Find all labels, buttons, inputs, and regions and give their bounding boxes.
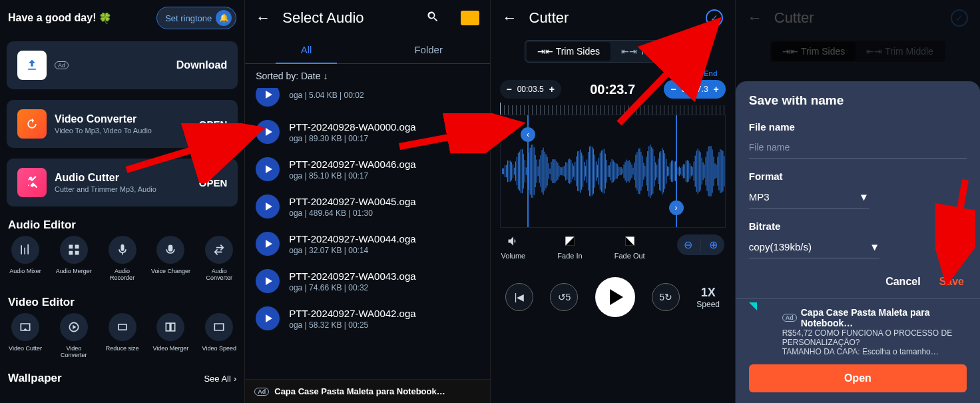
list-item[interactable]: PTT-20240927-WA0042.ogaoga | 58.32 KB | … bbox=[245, 300, 489, 337]
tab-all[interactable]: All bbox=[245, 36, 368, 63]
format-select[interactable]: MP3▼ bbox=[749, 186, 869, 208]
set-ringtone-button[interactable]: Set ringtone 🔔 bbox=[156, 7, 236, 29]
svg-rect-109 bbox=[640, 152, 641, 191]
search-icon[interactable] bbox=[426, 10, 439, 27]
play-icon[interactable] bbox=[256, 195, 280, 218]
svg-rect-92 bbox=[618, 167, 618, 176]
play-icon[interactable] bbox=[256, 88, 280, 107]
minus-icon[interactable]: − bbox=[507, 84, 512, 95]
bitrate-select[interactable]: copy(139kb/s)▼ bbox=[749, 236, 879, 258]
svg-rect-112 bbox=[644, 166, 645, 177]
svg-rect-127 bbox=[664, 153, 664, 189]
modal-title: Save with name bbox=[749, 93, 967, 108]
svg-rect-102 bbox=[631, 165, 632, 178]
see-all-button[interactable]: See All› bbox=[204, 374, 236, 384]
back-button[interactable]: ← bbox=[503, 9, 517, 27]
forward-5s-button[interactable]: 5↻ bbox=[652, 283, 680, 311]
zoom-in-icon[interactable]: ⊕ bbox=[709, 238, 718, 251]
svg-rect-122 bbox=[658, 159, 658, 184]
svg-rect-69 bbox=[587, 152, 588, 191]
filename-input[interactable] bbox=[749, 137, 967, 159]
folder-icon[interactable] bbox=[461, 11, 479, 25]
end-time-pill[interactable]: −00:27.3+ bbox=[664, 80, 725, 99]
svg-rect-103 bbox=[632, 168, 633, 175]
tool-video-speed[interactable]: Video Speed bbox=[199, 313, 239, 358]
tool-video-converter[interactable]: Video Converter bbox=[54, 313, 94, 358]
list-item[interactable]: PTT-20240927-WA0045.ogaoga | 489.64 KB |… bbox=[245, 188, 489, 225]
svg-rect-167 bbox=[717, 157, 718, 185]
plus-icon[interactable]: + bbox=[714, 84, 719, 95]
minus-icon[interactable]: − bbox=[670, 84, 676, 95]
confirm-button[interactable]: ✓ bbox=[706, 9, 723, 27]
tool-video-merger[interactable]: Video Merger bbox=[150, 313, 190, 358]
section-wallpaper: Wallpaper bbox=[8, 372, 62, 385]
tab-folder[interactable]: Folder bbox=[368, 36, 490, 63]
start-time-pill[interactable]: −00:03.5+ bbox=[500, 80, 561, 99]
tool-audio-recorder[interactable]: Audio Recorder bbox=[103, 236, 142, 281]
rewind-5s-button[interactable]: ↺5 bbox=[550, 283, 578, 311]
svg-rect-169 bbox=[720, 149, 720, 193]
list-item[interactable]: PTT-20240927-WA0046.ogaoga | 85.10 KB | … bbox=[245, 151, 489, 188]
tool-video-cutter[interactable]: Video Cutter bbox=[5, 313, 45, 358]
tool-reduce-size[interactable]: Reduce size bbox=[103, 313, 142, 358]
tool-audio-merger[interactable]: Audio Merger bbox=[54, 236, 94, 281]
list-item[interactable]: PTT-20240927-WA0043.ogaoga | 74.66 KB | … bbox=[245, 262, 489, 300]
cancel-button[interactable]: Cancel bbox=[885, 276, 920, 288]
speed-button[interactable]: 1XSpeed bbox=[696, 286, 720, 309]
play-icon[interactable] bbox=[256, 120, 280, 144]
tool-audio-mixer[interactable]: Audio Mixer bbox=[5, 236, 45, 281]
tab-trim-sides[interactable]: ⇥⇤Trim Sides bbox=[527, 42, 611, 61]
tab-trim-middle[interactable]: ⇤⇥Trim Middle bbox=[611, 42, 699, 61]
list-item[interactable]: PTT-20240927-WA0044.ogaoga | 32.07 KB | … bbox=[245, 225, 489, 262]
vspeed-icon bbox=[205, 313, 233, 341]
audio-cutter-card[interactable]: Audio Cutter Cutter and Trimmer Mp3, Aud… bbox=[7, 159, 238, 206]
video-converter-card[interactable]: Video Converter Video To Mp3, Video To A… bbox=[7, 100, 238, 148]
ad-badge: Ad bbox=[254, 388, 269, 396]
play-icon[interactable] bbox=[256, 306, 280, 330]
download-card[interactable]: Ad Download bbox=[7, 41, 238, 89]
chevron-down-icon: ▼ bbox=[859, 191, 869, 202]
svg-rect-153 bbox=[698, 151, 699, 192]
svg-rect-106 bbox=[636, 152, 637, 190]
plus-icon[interactable]: + bbox=[549, 84, 555, 95]
volume-button[interactable]: Volume bbox=[501, 234, 526, 260]
ad-block[interactable]: AdCapa Case Pasta Maleta para Notebook… … bbox=[749, 303, 967, 362]
play-icon[interactable] bbox=[256, 157, 280, 181]
fade-out-button[interactable]: Fade Out bbox=[614, 234, 645, 260]
ad-open-button[interactable]: Open bbox=[749, 364, 967, 392]
svg-rect-88 bbox=[612, 161, 613, 182]
svg-rect-28 bbox=[533, 147, 534, 195]
play-button[interactable] bbox=[595, 277, 635, 317]
svg-rect-31 bbox=[537, 167, 538, 177]
svg-rect-162 bbox=[710, 146, 711, 196]
skip-start-button[interactable]: |◀ bbox=[505, 283, 533, 311]
converter-open-button[interactable]: OPEN bbox=[199, 119, 228, 130]
list-item[interactable]: PTT-20240928-WA0000.ogaoga | 89.30 KB | … bbox=[245, 113, 489, 151]
svg-rect-18 bbox=[520, 150, 521, 193]
svg-rect-133 bbox=[672, 161, 672, 183]
play-icon[interactable] bbox=[256, 232, 280, 256]
save-button[interactable]: Save bbox=[939, 276, 964, 288]
waveform[interactable]: ‹ › bbox=[500, 115, 726, 228]
cutter-open-button[interactable]: OPEN bbox=[199, 177, 228, 189]
play-icon[interactable] bbox=[256, 269, 280, 293]
svg-rect-159 bbox=[706, 151, 707, 191]
zoom-control: ⊖ ⊕ bbox=[677, 234, 724, 255]
list-item[interactable]: oga | 5.04 KB | 00:02 bbox=[245, 88, 489, 113]
back-button[interactable]: ← bbox=[256, 9, 270, 27]
svg-rect-29 bbox=[535, 155, 535, 187]
svg-rect-132 bbox=[670, 161, 671, 182]
handle-right-icon[interactable]: › bbox=[669, 201, 684, 215]
svg-rect-21 bbox=[524, 160, 525, 183]
svg-rect-100 bbox=[628, 160, 629, 183]
panel-home: Have a good day!🍀 Set ringtone 🔔 Ad Down… bbox=[0, 0, 245, 403]
svg-rect-51 bbox=[564, 166, 565, 177]
tool-audio-converter[interactable]: Audio Converter bbox=[199, 236, 239, 281]
ad-bar[interactable]: Ad Capa Case Pasta Maleta para Notebook… bbox=[245, 379, 489, 403]
svg-rect-79 bbox=[601, 151, 601, 191]
sort-by[interactable]: Sorted by: Date↓ bbox=[245, 64, 489, 88]
fade-in-button[interactable]: Fade In bbox=[557, 234, 582, 260]
zoom-out-icon[interactable]: ⊖ bbox=[684, 238, 692, 251]
handle-left-icon[interactable]: ‹ bbox=[521, 127, 535, 142]
tool-voice-changer[interactable]: Voice Changer bbox=[150, 236, 190, 281]
